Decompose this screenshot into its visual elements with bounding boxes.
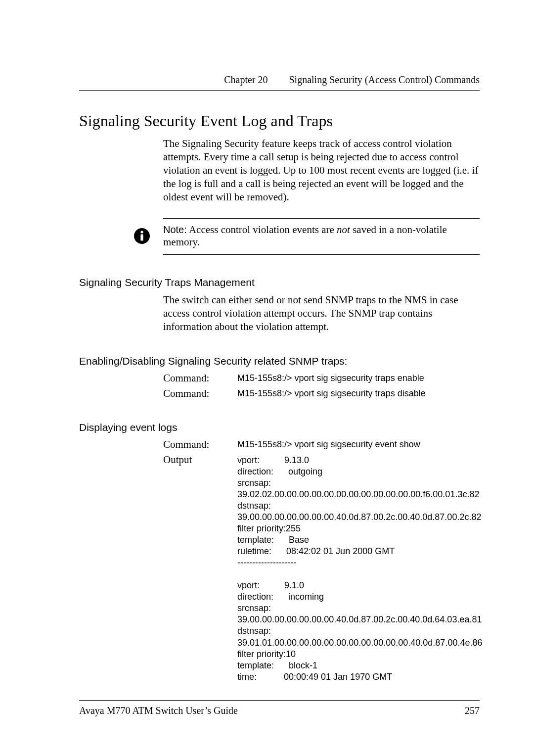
header-rule xyxy=(79,90,480,91)
footer: Avaya M770 ATM Switch User’s Guide 257 xyxy=(79,705,480,716)
note-bottom-rule xyxy=(163,254,480,255)
info-icon xyxy=(134,228,150,244)
note-emph: not xyxy=(337,224,350,236)
command-row: Command: M15-155s8:/> vport sig sigsecur… xyxy=(163,438,480,451)
command-row: Command: M15-155s8:/> vport sig sigsecur… xyxy=(163,387,480,400)
note-block: Note: Access control violation events ar… xyxy=(163,218,480,255)
enable-disable-commands: Command: M15-155s8:/> vport sig sigsecur… xyxy=(163,372,480,400)
output-block: Output vport: 9.13.0 direction: outgoing… xyxy=(163,454,480,683)
content: Signaling Security Event Log and Traps T… xyxy=(79,112,480,683)
footer-page-number: 257 xyxy=(465,705,480,716)
output-text: vport: 9.13.0 direction: outgoing srcnsa… xyxy=(237,454,482,683)
command-value: M15-155s8:/> vport sig sigsecurity event… xyxy=(237,438,420,451)
running-head: Chapter 20 Signaling Security (Access Co… xyxy=(79,74,480,86)
command-value: M15-155s8:/> vport sig sigsecurity traps… xyxy=(237,372,424,384)
page: Chapter 20 Signaling Security (Access Co… xyxy=(0,0,534,756)
intro-paragraph: The Signaling Security feature keeps tra… xyxy=(163,137,480,203)
chapter-title: Signaling Security (Access Control) Comm… xyxy=(289,74,480,85)
note-row: Note: Access control violation events ar… xyxy=(163,219,480,254)
command-label: Command: xyxy=(163,438,237,451)
traps-mgmt-paragraph: The switch can either send or not send S… xyxy=(163,293,480,333)
command-label: Command: xyxy=(163,372,237,384)
output-label: Output xyxy=(163,454,237,683)
section-heading-event-logs: Displaying event logs xyxy=(79,422,480,433)
svg-rect-2 xyxy=(140,235,143,241)
command-row: Command: M15-155s8:/> vport sig sigsecur… xyxy=(163,372,480,384)
note-before: Access control violation events are xyxy=(187,224,337,236)
chapter-label: Chapter 20 xyxy=(224,74,267,85)
note-label: Note: xyxy=(163,224,187,235)
footer-left: Avaya M770 ATM Switch User’s Guide xyxy=(79,705,238,716)
note-text: Note: Access control violation events ar… xyxy=(163,224,480,248)
section-heading-enable-disable: Enabling/Disabling Signaling Security re… xyxy=(79,355,480,367)
page-title: Signaling Security Event Log and Traps xyxy=(79,112,480,130)
footer-rule xyxy=(79,700,480,701)
section-heading-traps-mgmt: Signaling Security Traps Management xyxy=(79,277,480,288)
command-value: M15-155s8:/> vport sig sigsecurity traps… xyxy=(237,387,426,400)
svg-point-1 xyxy=(140,231,143,234)
event-logs-block: Command: M15-155s8:/> vport sig sigsecur… xyxy=(163,438,480,683)
command-label: Command: xyxy=(163,387,237,400)
